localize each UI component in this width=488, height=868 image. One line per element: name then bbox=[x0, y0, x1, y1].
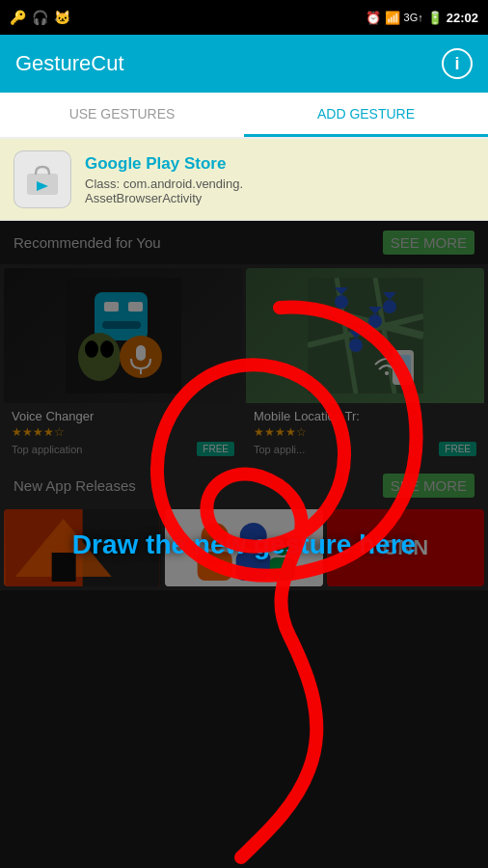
app-title: GestureCut bbox=[15, 51, 124, 76]
info-button[interactable]: i bbox=[442, 48, 473, 79]
selected-app-class: Class: com.android.vending. AssetBrowser… bbox=[85, 176, 243, 205]
tab-bar: Use gestures Add gesture bbox=[0, 93, 488, 139]
battery-icon: 🔋 bbox=[427, 11, 443, 25]
info-icon: i bbox=[454, 54, 459, 74]
selected-app-name: Google Play Store bbox=[85, 154, 243, 174]
status-bar: 🔑 🎧 🐱 ⏰ 📶 3G↑ 🔋 22:02 bbox=[0, 0, 488, 35]
gesture-prompt-text: Draw the new gesture here bbox=[24, 529, 463, 560]
tab-add-gesture-label: Add gesture bbox=[317, 106, 415, 122]
tab-use-gestures[interactable]: Use gestures bbox=[0, 93, 244, 137]
gesture-overlay[interactable]: Draw the new gesture here bbox=[0, 221, 488, 868]
selected-app-banner: Google Play Store Class: com.android.ven… bbox=[0, 139, 488, 221]
wifi-icon: 📶 bbox=[385, 11, 400, 25]
status-bar-left: 🔑 🎧 🐱 bbox=[10, 10, 70, 25]
tab-use-gestures-label: Use gestures bbox=[69, 106, 176, 122]
clock-time: 22:02 bbox=[447, 11, 478, 25]
cat-icon: 🐱 bbox=[54, 10, 70, 25]
main-content: Recommended for You SEE MORE bbox=[0, 221, 488, 868]
status-bar-right: ⏰ 📶 3G↑ 🔋 22:02 bbox=[366, 11, 478, 25]
app-info: Google Play Store Class: com.android.ven… bbox=[85, 154, 243, 205]
app-icon bbox=[14, 150, 71, 208]
tab-add-gesture[interactable]: Add gesture bbox=[244, 93, 488, 137]
key-icon: 🔑 bbox=[10, 10, 26, 25]
headset-icon: 🎧 bbox=[32, 10, 48, 25]
play-store-bag-icon bbox=[23, 160, 62, 199]
alarm-icon: ⏰ bbox=[366, 11, 381, 25]
app-bar: GestureCut i bbox=[0, 35, 488, 93]
signal-icon: 3G↑ bbox=[404, 12, 423, 23]
